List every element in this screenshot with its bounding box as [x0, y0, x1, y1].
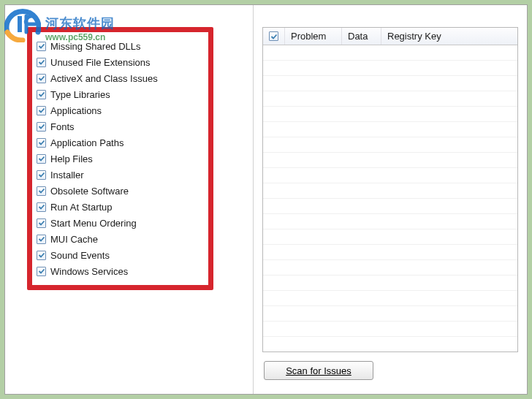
grid-row — [263, 322, 517, 337]
category-item[interactable]: Installer — [37, 167, 197, 183]
grid-row — [263, 45, 517, 61]
category-checkbox[interactable] — [37, 90, 46, 99]
category-checkbox[interactable] — [37, 251, 46, 260]
categories-checklist: Missing Shared DLLsUnused File Extension… — [27, 27, 213, 290]
category-label: Run At Startup — [50, 202, 113, 213]
category-item[interactable]: ActiveX and Class Issues — [37, 70, 197, 86]
grid-row — [263, 199, 517, 214]
grid-row — [263, 168, 517, 183]
category-checkbox[interactable] — [37, 218, 46, 228]
category-item[interactable]: Windows Services — [37, 263, 197, 279]
results-grid-header: Problem Data Registry Key — [263, 28, 517, 45]
grid-row — [263, 76, 517, 91]
category-label: Installer — [50, 170, 84, 180]
grid-row — [263, 276, 517, 291]
category-checkbox[interactable] — [37, 186, 46, 196]
grid-row — [263, 337, 517, 352]
action-row: Scan for Issues — [262, 361, 518, 380]
category-item[interactable]: Application Paths — [37, 134, 197, 151]
category-label: Type Libraries — [50, 89, 110, 100]
grid-row — [263, 91, 517, 107]
category-checkbox[interactable] — [37, 138, 46, 148]
category-label: Application Paths — [50, 137, 123, 148]
grid-row — [263, 291, 517, 306]
category-label: Obsolete Software — [50, 186, 129, 197]
category-item[interactable]: Obsolete Software — [37, 183, 197, 199]
grid-row — [263, 153, 517, 168]
category-item[interactable]: Run At Startup — [37, 199, 197, 215]
category-label: Unused File Extensions — [50, 57, 151, 68]
category-checkbox[interactable] — [37, 74, 46, 83]
grid-row — [263, 229, 517, 245]
category-label: Applications — [50, 105, 102, 116]
grid-header-checkbox-cell[interactable] — [263, 28, 285, 45]
category-checkbox[interactable] — [37, 154, 46, 164]
category-checkbox[interactable] — [37, 106, 46, 115]
results-panel: Problem Data Registry Key Scan for Issue… — [254, 5, 527, 394]
categories-panel: Missing Shared DLLsUnused File Extension… — [5, 5, 254, 394]
category-label: ActiveX and Class Issues — [50, 73, 158, 84]
category-item[interactable]: Applications — [37, 102, 197, 118]
category-item[interactable]: Type Libraries — [37, 86, 197, 102]
grid-row — [263, 61, 517, 76]
results-grid-body — [263, 45, 517, 352]
category-item[interactable]: Unused File Extensions — [37, 54, 197, 70]
category-item[interactable]: Fonts — [37, 118, 197, 134]
registry-cleaner-window: Missing Shared DLLsUnused File Extension… — [4, 4, 528, 395]
category-checkbox[interactable] — [37, 202, 46, 212]
category-label: Windows Services — [50, 266, 128, 277]
grid-row — [263, 245, 517, 260]
grid-header-problem[interactable]: Problem — [285, 28, 342, 45]
select-all-checkbox[interactable] — [269, 31, 278, 41]
category-label: Fonts — [50, 121, 75, 132]
grid-header-data[interactable]: Data — [342, 28, 381, 45]
grid-row — [263, 183, 517, 199]
grid-row — [263, 137, 517, 153]
category-item[interactable]: Start Menu Ordering — [37, 215, 197, 231]
category-item[interactable]: Help Files — [37, 151, 197, 167]
scan-for-issues-button[interactable]: Scan for Issues — [264, 361, 373, 380]
category-checkbox[interactable] — [37, 267, 46, 276]
category-label: Start Menu Ordering — [50, 218, 137, 229]
grid-header-registry-key[interactable]: Registry Key — [381, 28, 517, 45]
results-grid: Problem Data Registry Key — [262, 27, 518, 352]
category-label: Sound Events — [50, 250, 110, 261]
grid-row — [263, 306, 517, 322]
category-item[interactable]: Missing Shared DLLs — [37, 38, 197, 54]
category-item[interactable]: MUI Cache — [37, 231, 197, 247]
category-checkbox[interactable] — [37, 58, 46, 67]
category-checkbox[interactable] — [37, 235, 46, 244]
grid-row — [263, 122, 517, 137]
category-item[interactable]: Sound Events — [37, 247, 197, 263]
grid-row — [263, 260, 517, 276]
grid-row — [263, 107, 517, 122]
category-label: Help Files — [50, 153, 93, 164]
category-label: Missing Shared DLLs — [50, 41, 141, 52]
grid-row — [263, 214, 517, 229]
category-checkbox[interactable] — [37, 122, 46, 132]
category-checkbox[interactable] — [37, 170, 46, 180]
category-checkbox[interactable] — [37, 42, 46, 51]
category-label: MUI Cache — [50, 234, 98, 245]
